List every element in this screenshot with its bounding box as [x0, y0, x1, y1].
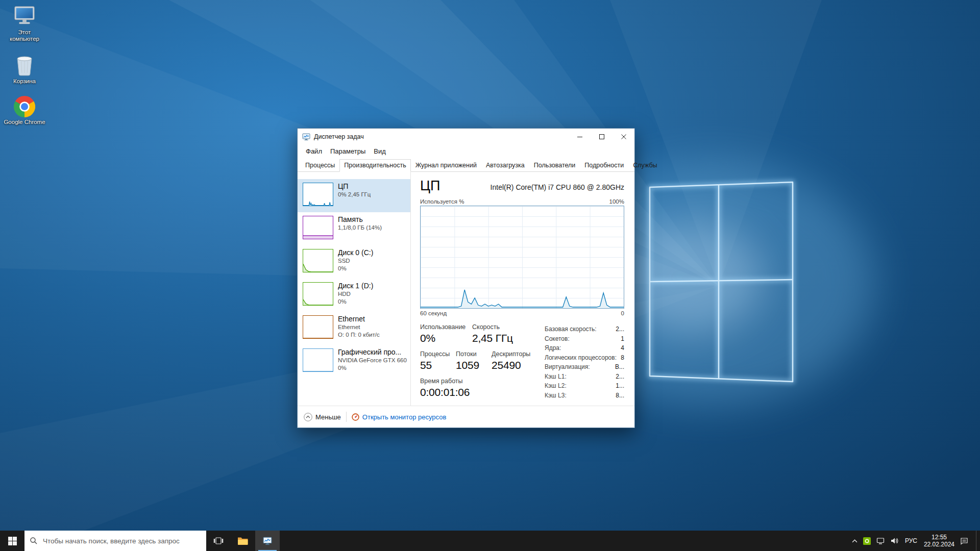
search-icon	[30, 537, 38, 545]
show-desktop-button[interactable]	[976, 531, 979, 551]
tab-performance[interactable]: Производительность	[339, 159, 410, 172]
window-title: Диспетчер задач	[314, 133, 565, 140]
tab-processes[interactable]: Процессы	[301, 159, 339, 172]
ethernet-mini-chart	[303, 315, 333, 339]
detail-value: 8	[621, 353, 624, 363]
task-manager-icon	[263, 536, 272, 545]
minimize-button[interactable]	[569, 129, 591, 145]
task-view-button[interactable]	[206, 531, 231, 551]
nvidia-tray-button[interactable]	[863, 537, 871, 545]
desktop-icon-google-chrome[interactable]: Google Chrome	[3, 96, 46, 126]
memory-mini-chart	[303, 216, 333, 239]
recycle-bin-icon	[14, 54, 35, 77]
desktop-icon-label: Google Chrome	[4, 119, 45, 126]
cpu-stats: Использование 0% Скорость 2,45 ГГц Проце…	[420, 323, 624, 405]
language-indicator[interactable]: РУС	[904, 537, 918, 544]
action-center-icon	[960, 537, 968, 545]
tab-details[interactable]: Подробности	[580, 159, 628, 172]
tab-app-history[interactable]: Журнал приложений	[411, 159, 481, 172]
sidebar-item-title: ЦП	[338, 182, 371, 191]
threads-value: 1059	[456, 359, 492, 371]
chevron-up-icon	[852, 539, 857, 543]
file-explorer-button[interactable]	[231, 531, 255, 551]
fewer-details-button[interactable]: Меньше	[304, 413, 341, 421]
file-explorer-icon	[237, 536, 249, 545]
footer-separator	[346, 412, 347, 422]
menu-options[interactable]: Параметры	[326, 147, 370, 155]
start-button[interactable]	[0, 531, 24, 551]
desktop-icon-label: Этот компьютер	[3, 29, 46, 42]
task-manager-taskbar-button[interactable]	[255, 531, 280, 551]
detail-label: Кэш L3:	[545, 391, 567, 400]
performance-sidebar: ЦП 0% 2,45 ГГц Память 1,1/8,0 ГБ (14%) Д…	[298, 172, 411, 406]
detail-value: 8...	[616, 391, 624, 400]
perf-item-disk0[interactable]: Диск 0 (C:) SSD 0%	[298, 245, 410, 279]
action-center-button[interactable]	[960, 537, 968, 545]
sidebar-item-sub: 0%	[338, 298, 373, 306]
perf-item-cpu[interactable]: ЦП 0% 2,45 ГГц	[298, 179, 410, 212]
clock-date: 22.02.2024	[924, 541, 954, 548]
open-resource-monitor-link[interactable]: Открыть монитор ресурсов	[352, 413, 446, 421]
desktop-icon-this-pc[interactable]: Этот компьютер	[3, 5, 46, 42]
menu-file[interactable]: Файл	[302, 147, 326, 155]
uptime-value: 0:00:01:06	[420, 386, 543, 398]
close-button[interactable]	[612, 129, 634, 145]
clock-time: 12:55	[924, 534, 954, 541]
volume-tray-button[interactable]	[890, 537, 898, 545]
sidebar-item-sub: NVIDIA GeForce GTX 660	[338, 357, 407, 364]
close-icon	[621, 134, 626, 139]
maximize-button[interactable]	[591, 129, 612, 145]
perf-item-gpu[interactable]: Графический про... NVIDIA GeForce GTX 66…	[298, 345, 410, 378]
chevron-up-circle-icon	[304, 413, 312, 421]
hidden-icons-button[interactable]	[852, 539, 857, 543]
titlebar[interactable]: Диспетчер задач	[298, 129, 634, 145]
gpu-mini-chart	[303, 348, 333, 372]
sidebar-item-sub: HDD	[338, 290, 373, 298]
ethernet-network-icon	[876, 537, 885, 545]
detail-value: 2...	[616, 372, 624, 382]
desktop-icon-recycle-bin[interactable]: Корзина	[3, 54, 46, 85]
detail-value: 2...	[616, 324, 624, 334]
speed-value: 2,45 ГГц	[472, 332, 543, 344]
sidebar-item-sub: Ethernet	[338, 323, 380, 331]
chrome-icon	[14, 96, 35, 117]
task-view-icon	[213, 537, 224, 545]
detail-value: 1	[621, 334, 624, 344]
cpu-usage-chart	[420, 206, 624, 309]
search-input[interactable]	[42, 537, 201, 545]
sidebar-item-sub: О: 0 П: 0 кбит/с	[338, 331, 380, 339]
processes-label: Процессы	[420, 350, 456, 358]
network-tray-button[interactable]	[876, 537, 885, 545]
menu-view[interactable]: Вид	[370, 147, 390, 155]
resource-monitor-icon	[352, 413, 359, 421]
window-footer: Меньше Открыть монитор ресурсов	[298, 406, 634, 428]
page-title: ЦП	[420, 178, 440, 193]
perf-item-memory[interactable]: Память 1,1/8,0 ГБ (14%)	[298, 212, 410, 245]
detail-label: Кэш L2:	[545, 381, 567, 391]
perf-item-ethernet[interactable]: Ethernet Ethernet О: 0 П: 0 кбит/с	[298, 312, 410, 345]
cpu-panel: ЦП Intel(R) Core(TM) i7 CPU 860 @ 2.80GH…	[411, 172, 634, 406]
processes-value: 55	[420, 359, 456, 371]
chart-xmax: 0	[621, 310, 624, 316]
handles-value: 25490	[492, 359, 543, 371]
speed-label: Скорость	[472, 323, 543, 331]
usage-value: 0%	[420, 332, 472, 344]
detail-label: Сокетов:	[545, 334, 570, 344]
task-manager-app-icon	[302, 133, 310, 141]
taskbar: РУС 12:55 22.02.2024	[0, 531, 980, 551]
sidebar-item-sub: 0%	[338, 265, 373, 272]
taskbar-search[interactable]	[24, 531, 206, 551]
cpu-model: Intel(R) Core(TM) i7 CPU 860 @ 2.80GHz	[491, 183, 624, 193]
tab-startup[interactable]: Автозагрузка	[481, 159, 529, 172]
desktop-icon-list: Этот компьютер Корзина Google Chrome	[3, 5, 46, 126]
taskbar-clock[interactable]: 12:55 22.02.2024	[924, 534, 954, 548]
tab-users[interactable]: Пользователи	[529, 159, 580, 172]
detail-value: В...	[615, 362, 624, 372]
detail-value: 1...	[616, 381, 624, 391]
fewer-details-label: Меньше	[315, 413, 341, 421]
tab-services[interactable]: Службы	[628, 159, 662, 172]
perf-item-disk1[interactable]: Диск 1 (D:) HDD 0%	[298, 279, 410, 312]
menu-bar: Файл Параметры Вид	[298, 145, 634, 157]
sidebar-item-title: Память	[338, 215, 382, 224]
usage-label: Использование	[420, 323, 472, 331]
